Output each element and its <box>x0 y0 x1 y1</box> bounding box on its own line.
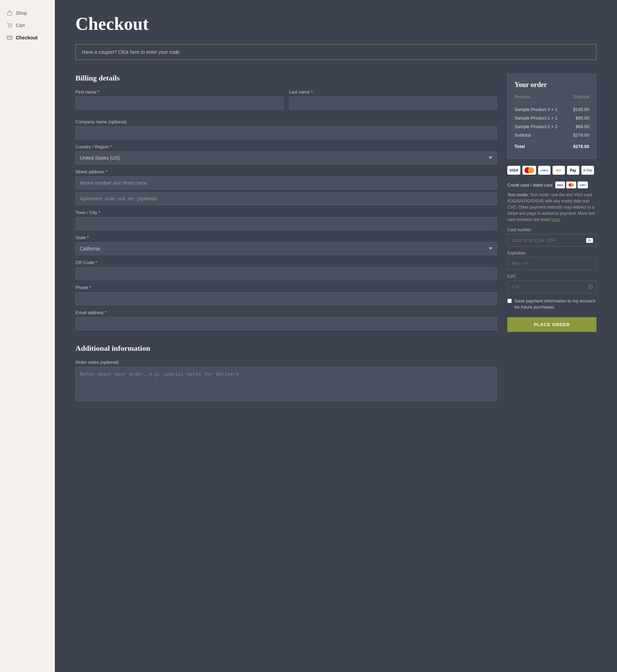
card-payment-section: Credit card / debit card VISA AM <box>507 182 596 332</box>
last-name-group: Last name * <box>289 89 497 110</box>
sidebar-item-checkout[interactable]: Checkout <box>0 32 55 44</box>
sidebar-item-checkout-label: Checkout <box>16 35 38 40</box>
card-mini-icons: VISA AMEX <box>555 182 588 188</box>
save-payment-checkbox[interactable] <box>507 299 512 303</box>
svg-rect-0 <box>8 12 12 15</box>
phone-group: Phone * <box>75 285 497 305</box>
apt-input[interactable] <box>75 192 497 205</box>
subtotal-row: Subtotal $278.00 <box>515 131 589 139</box>
card-number-wrapper: D <box>507 234 596 247</box>
sidebar: Shop Cart Checkout <box>0 0 55 672</box>
card-amex-mini: AMEX <box>578 182 588 188</box>
expiration-wrapper <box>507 257 596 270</box>
company-input[interactable] <box>75 126 497 139</box>
card-number-label: Card number <box>507 227 596 232</box>
email-label: Email address * <box>75 310 497 315</box>
zip-input[interactable] <box>75 267 497 280</box>
country-group: Country / Region * United States (US) <box>75 144 497 164</box>
order-summary: Your order Product Subtotal Sample Produ… <box>507 74 596 159</box>
expiration-input[interactable] <box>507 257 596 270</box>
company-group: Company name (optional) <box>75 119 497 139</box>
item-price-1: $65.00 <box>576 115 589 121</box>
street-group: Street address * <box>75 169 497 205</box>
cart-icon <box>7 23 12 28</box>
cvc-icon: ⦿ <box>588 284 593 290</box>
company-label: Company name (optional) <box>75 119 497 124</box>
item-price-2: $68.00 <box>576 124 589 129</box>
payment-icons: VISA AMEX DISC Pay G <box>507 166 596 175</box>
city-label: Town / City * <box>75 210 497 215</box>
svg-rect-3 <box>7 36 12 39</box>
sidebar-item-cart-label: Cart <box>16 23 25 28</box>
country-select[interactable]: United States (US) <box>75 151 497 164</box>
expiration-label: Expiration <box>507 251 596 256</box>
cvc-input[interactable] <box>507 281 596 293</box>
email-input[interactable] <box>75 317 497 330</box>
street-input[interactable] <box>75 176 497 189</box>
diners-icon: D <box>586 238 593 243</box>
coupon-text: Have a coupon? Click here to enter your … <box>82 49 180 55</box>
sidebar-item-shop-label: Shop <box>16 10 27 16</box>
additional-title: Additional information <box>75 344 497 353</box>
checkout-layout: Billing details First name * Last name *… <box>75 74 596 406</box>
main-content: Checkout Have a coupon? Click here to en… <box>55 0 617 672</box>
last-name-input[interactable] <box>289 97 497 110</box>
sidebar-item-cart[interactable]: Cart <box>0 19 55 32</box>
subtotal-label: Subtotal <box>515 133 531 138</box>
col-product: Product <box>515 94 530 99</box>
order-title: Your order <box>515 81 589 89</box>
phone-label: Phone * <box>75 285 497 290</box>
test-mode-link[interactable]: here. <box>552 217 561 222</box>
col-subtotal: Subtotal <box>573 94 589 99</box>
email-group: Email address * <box>75 310 497 330</box>
city-input[interactable] <box>75 217 497 230</box>
total-row: Total $278.00 <box>515 141 589 152</box>
first-name-input[interactable] <box>75 97 283 110</box>
order-table-header: Product Subtotal <box>515 94 589 102</box>
applepay-icon: Pay <box>567 166 579 175</box>
subtotal-value: $278.00 <box>573 133 589 138</box>
card-visa-mini: VISA <box>555 182 565 188</box>
name-row: First name * Last name * <box>75 89 497 114</box>
page-title: Checkout <box>75 14 596 34</box>
sidebar-item-shop[interactable]: Shop <box>0 7 55 19</box>
card-mc-mini <box>566 182 576 188</box>
notes-label: Order notes (optional) <box>75 360 497 365</box>
first-name-label: First name * <box>75 89 283 95</box>
item-name-2: Sample Product 2 × 2 <box>515 124 557 129</box>
svg-point-2 <box>11 27 11 27</box>
notes-textarea[interactable] <box>75 367 497 401</box>
notes-group: Order notes (optional) <box>75 360 497 401</box>
state-group: State * California <box>75 235 497 255</box>
street-label: Street address * <box>75 169 497 174</box>
googlepay-icon: G Pay <box>581 166 594 175</box>
svg-point-1 <box>9 27 9 27</box>
phone-input[interactable] <box>75 292 497 305</box>
billing-section: Billing details First name * Last name *… <box>75 74 497 406</box>
zip-group: ZIP Code * <box>75 260 497 280</box>
state-label: State * <box>75 235 497 240</box>
card-payment-label-row: Credit card / debit card VISA AM <box>507 182 596 188</box>
mastercard-icon <box>522 166 536 175</box>
item-name-0: Sample Product 3 × 1 <box>515 107 557 112</box>
item-price-0: $145.00 <box>573 107 589 112</box>
billing-title: Billing details <box>75 74 497 83</box>
test-mode-text: Test mode: Test mode: use the test VISA … <box>507 192 596 223</box>
amex-icon: AMEX <box>538 166 551 175</box>
city-group: Town / City * <box>75 210 497 230</box>
last-name-label: Last name * <box>289 89 497 95</box>
card-label: Credit card / debit card <box>507 183 553 188</box>
country-label: Country / Region * <box>75 144 497 149</box>
test-mode-strong: Test mode: <box>507 192 529 197</box>
coupon-bar[interactable]: Have a coupon? Click here to enter your … <box>75 44 596 60</box>
card-number-input[interactable] <box>507 234 596 247</box>
visa-icon: VISA <box>507 166 520 175</box>
state-select[interactable]: California <box>75 242 497 255</box>
zip-label: ZIP Code * <box>75 260 497 265</box>
place-order-button[interactable]: PLACE ORDER <box>507 317 596 332</box>
first-name-group: First name * <box>75 89 283 110</box>
right-column: Your order Product Subtotal Sample Produ… <box>507 74 596 332</box>
total-value: $278.00 <box>573 144 589 149</box>
item-name-1: Sample Product 1 × 1 <box>515 115 557 121</box>
discover-icon: DISC <box>553 166 565 175</box>
